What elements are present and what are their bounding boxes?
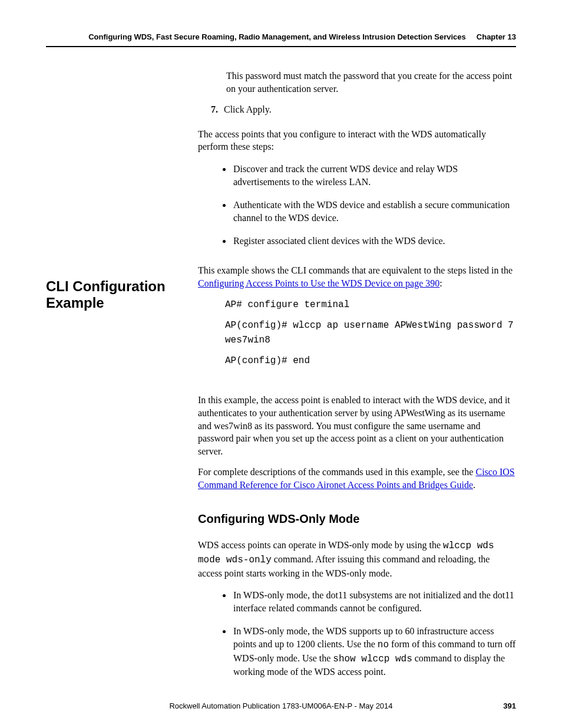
text: This example shows the CLI commands that… — [198, 265, 513, 275]
cli-complete: For complete descriptions of the command… — [198, 466, 516, 491]
wds-bullets: In WDS-only mode, the dot11 subsystems a… — [198, 589, 516, 678]
step-number: 7. — [211, 103, 224, 116]
left-column: CLI Configuration Example — [46, 70, 198, 311]
header-chapter: Chapter 13 — [477, 32, 516, 41]
link-config-ap-wds[interactable]: Configuring Access Points to Use the WDS… — [198, 278, 439, 288]
step-7: 7. Click Apply. — [211, 103, 516, 116]
text: For complete descriptions of the command… — [198, 467, 475, 477]
inline-command: show wlccp wds — [333, 654, 412, 664]
page-number: 391 — [492, 701, 516, 710]
auto-steps-list: Discover and track the current WDS devic… — [198, 163, 516, 248]
code-line: AP(config)# end — [225, 354, 516, 368]
text: . — [473, 480, 475, 490]
text: WDS access points can operate in WDS-onl… — [198, 540, 443, 550]
auto-steps-intro: The access points that you configure to … — [198, 128, 516, 153]
cli-intro: This example shows the CLI commands that… — [198, 264, 516, 289]
right-column: This password must match the password th… — [198, 70, 516, 695]
wds-p1: WDS access points can operate in WDS-onl… — [198, 539, 516, 579]
step-text: Click Apply. — [224, 103, 272, 116]
list-item: In WDS-only mode, the dot11 subsystems a… — [232, 589, 516, 614]
publication-line: Rockwell Automation Publication 1783-UM0… — [70, 701, 492, 710]
list-item: Discover and track the current WDS devic… — [232, 163, 516, 188]
subheading-wds-only: Configuring WDS-Only Mode — [198, 511, 516, 527]
list-item: Register associated client devices with … — [232, 235, 516, 248]
text: : — [439, 278, 442, 288]
page: Configuring WDS, Fast Secure Roaming, Ra… — [0, 0, 562, 695]
list-item: Authenticate with the WDS device and est… — [232, 199, 516, 224]
footer: Rockwell Automation Publication 1783-UM0… — [46, 701, 516, 710]
inline-command: no — [378, 640, 389, 650]
content-area: CLI Configuration Example This password … — [46, 70, 516, 695]
password-note: This password must match the password th… — [226, 70, 516, 95]
header-title: Configuring WDS, Fast Secure Roaming, Ra… — [88, 32, 466, 41]
running-header: Configuring WDS, Fast Secure Roaming, Ra… — [46, 32, 516, 47]
section-title: CLI Configuration Example — [46, 278, 198, 311]
code-line: AP# configure terminal — [225, 298, 516, 312]
code-line: AP(config)# wlccp ap username APWestWing… — [225, 318, 516, 348]
cli-explain: In this example, the access point is ena… — [198, 394, 516, 457]
list-item: In WDS-only mode, the WDS supports up to… — [232, 625, 516, 678]
